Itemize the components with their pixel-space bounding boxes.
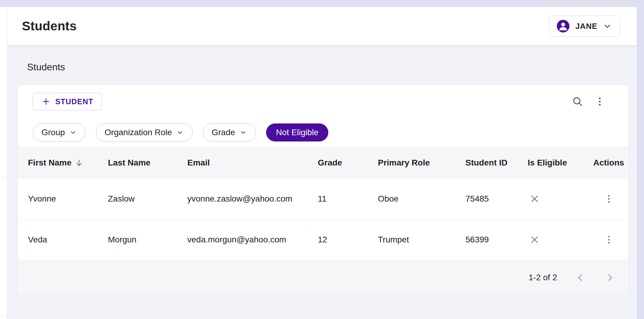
cell-is-eligible — [528, 235, 589, 245]
table-toolbar: STUDENT — [33, 93, 607, 110]
table-row: Yvonne Zaslow yvonne.zaslow@yahoo.com 11… — [18, 178, 629, 219]
filter-not-eligible-label: Not Eligible — [276, 128, 319, 137]
cell-first-name: Yvonne — [28, 194, 108, 204]
column-header-is-eligible[interactable]: Is Eligible — [528, 158, 589, 168]
row-actions-menu-button[interactable] — [602, 192, 616, 206]
filter-grade-label: Grade — [212, 128, 235, 137]
add-student-button[interactable]: STUDENT — [33, 93, 102, 110]
add-student-label: STUDENT — [55, 97, 93, 106]
section-title: Students — [27, 62, 65, 73]
table-options-button[interactable] — [593, 94, 607, 109]
search-button[interactable] — [570, 94, 585, 109]
column-header-email[interactable]: Email — [187, 158, 318, 168]
not-eligible-icon — [529, 194, 540, 204]
cell-last-name: Morgun — [108, 235, 187, 245]
column-header-student-id[interactable]: Student ID — [465, 158, 528, 168]
row-actions-menu-button[interactable] — [602, 232, 616, 247]
table-row: Veda Morgun veda.morgun@yahoo.com 12 Tru… — [18, 219, 629, 260]
toolbar-icons — [570, 94, 607, 109]
main-content: Students STUDENT Group Organiz — [8, 45, 637, 319]
not-eligible-icon — [529, 235, 540, 245]
table-header-row: First Name Last Name Email Grade Primary… — [18, 147, 629, 178]
filter-grade-dropdown[interactable]: Grade — [203, 123, 256, 141]
chevron-down-icon — [239, 129, 247, 136]
cell-actions — [602, 192, 616, 206]
cell-email: veda.morgun@yahoo.com — [187, 235, 318, 245]
filter-not-eligible-chip[interactable]: Not Eligible — [266, 123, 329, 141]
user-avatar-icon — [557, 20, 569, 32]
column-header-first-name[interactable]: First Name — [28, 158, 108, 168]
column-header-actions: Actions — [593, 158, 624, 168]
chevron-left-icon — [575, 272, 586, 283]
chevron-down-icon — [176, 129, 184, 136]
sort-descending-icon — [75, 158, 84, 167]
cell-grade: 12 — [318, 235, 378, 245]
column-header-grade[interactable]: Grade — [318, 158, 378, 168]
sidebar-divider — [0, 315, 7, 316]
cell-actions — [602, 232, 616, 247]
cell-email: yvonne.zaslow@yahoo.com — [187, 194, 318, 204]
column-header-primary-role[interactable]: Primary Role — [378, 158, 465, 168]
table-pagination: 1-2 of 2 — [18, 260, 629, 296]
chevron-down-icon — [69, 129, 77, 136]
page-title: Students — [22, 19, 77, 33]
cell-first-name: Veda — [28, 235, 108, 245]
pagination-range-label: 1-2 of 2 — [529, 273, 557, 282]
search-icon — [572, 96, 584, 108]
cell-is-eligible — [528, 194, 589, 204]
chevron-down-icon — [603, 22, 612, 31]
plus-icon — [41, 97, 51, 106]
kebab-menu-icon — [603, 234, 614, 245]
chevron-right-icon — [604, 272, 616, 283]
cell-last-name: Zaslow — [108, 194, 187, 204]
next-page-button[interactable] — [603, 271, 617, 284]
user-name-label: JANE — [575, 22, 597, 31]
students-card: STUDENT Group Organization Role G — [17, 85, 629, 296]
filter-bar: Group Organization Role Grade Not Eligib… — [33, 123, 328, 141]
filter-group-dropdown[interactable]: Group — [33, 123, 86, 141]
app-bar: Students JANE — [8, 7, 637, 45]
filter-group-label: Group — [41, 128, 65, 137]
column-header-last-name[interactable]: Last Name — [108, 158, 187, 168]
filter-organization-role-dropdown[interactable]: Organization Role — [96, 123, 193, 141]
cell-student-id: 56399 — [465, 235, 528, 245]
user-menu-button[interactable]: JANE — [549, 16, 620, 37]
cell-primary-role: Oboe — [378, 194, 465, 204]
kebab-menu-icon — [594, 96, 606, 107]
kebab-menu-icon — [603, 193, 614, 204]
cell-grade: 11 — [318, 194, 378, 204]
cell-primary-role: Trumpet — [378, 235, 465, 245]
students-table: First Name Last Name Email Grade Primary… — [18, 147, 629, 296]
collapsed-sidebar-edge — [0, 7, 7, 319]
cell-student-id: 75485 — [465, 194, 528, 204]
previous-page-button[interactable] — [574, 271, 587, 284]
filter-organization-role-label: Organization Role — [105, 128, 172, 137]
sidebar-divider — [0, 177, 7, 177]
